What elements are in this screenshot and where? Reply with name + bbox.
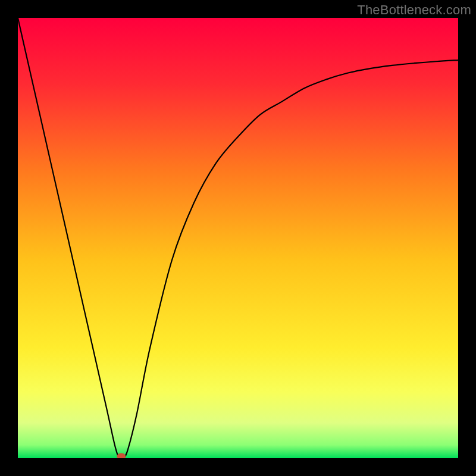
plot-svg	[18, 18, 458, 458]
chart-root: TheBottleneck.com	[0, 0, 476, 476]
watermark-text: TheBottleneck.com	[357, 2, 471, 18]
optimal-marker	[117, 453, 126, 458]
plot-inner	[18, 18, 458, 458]
plot-area	[18, 18, 458, 458]
gradient-background	[18, 18, 458, 458]
